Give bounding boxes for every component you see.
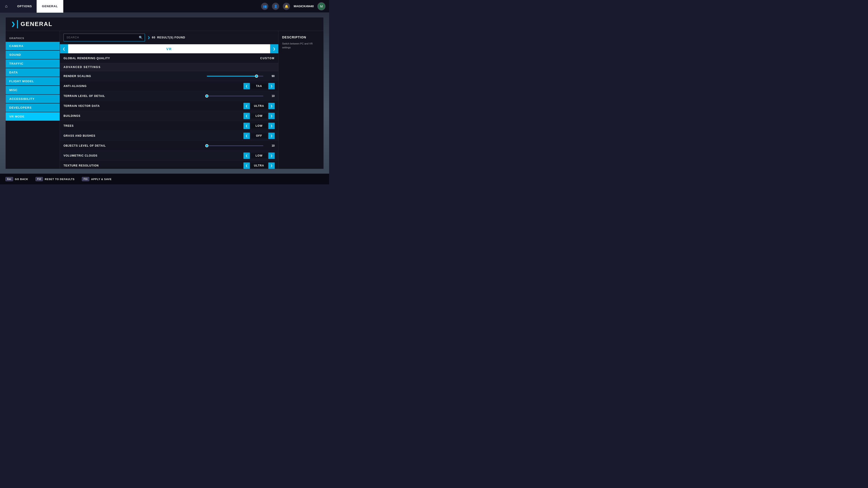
terrain-vector-label: TERRAIN VECTOR DATA — [64, 104, 243, 107]
trees-control: ❮ LOW ❯ — [243, 123, 275, 129]
buildings-value: LOW — [251, 113, 267, 119]
table-row: OBJECTS LEVEL OF DETAIL 10 — [60, 141, 278, 151]
table-row: VOLUMETRIC CLOUDS ❮ LOW ❯ — [60, 151, 278, 161]
objects-lod-track[interactable] — [207, 145, 264, 146]
objects-lod-label: OBJECTS LEVEL OF DETAIL — [64, 144, 207, 147]
profile-icon[interactable]: 👤 — [272, 3, 279, 10]
description-title: DESCRIPTION — [282, 35, 320, 39]
sidebar-item-camera[interactable]: CAMERA — [6, 42, 60, 50]
volumetric-clouds-prev-button[interactable]: ❮ — [243, 153, 250, 159]
grass-bushes-next-button[interactable]: ❯ — [268, 133, 275, 139]
reset-defaults-action[interactable]: F12 RESET TO DEFAULTS — [35, 177, 74, 181]
search-bar: 🔍 ❯ 60 RESULT(S) FOUND — [60, 31, 278, 44]
search-input[interactable] — [64, 34, 145, 41]
reset-defaults-label: RESET TO DEFAULTS — [45, 178, 74, 181]
texture-resolution-control: ❮ ULTRA ❯ — [243, 162, 275, 169]
options-nav[interactable]: OPTIONS — [13, 0, 37, 13]
results-arrow-icon: ❯ — [148, 36, 150, 39]
table-row: ANTI-ALIASING ❮ TAA ❯ — [60, 81, 278, 91]
volumetric-clouds-value: LOW — [251, 153, 267, 158]
f12-key: F12 — [35, 177, 43, 181]
anti-aliasing-next-button[interactable]: ❯ — [268, 83, 275, 89]
username-label: MAGICK#8440 — [293, 4, 314, 8]
mode-prev-button[interactable]: ❮ — [60, 44, 68, 53]
texture-resolution-value: ULTRA — [251, 163, 267, 168]
grass-bushes-label: GRASS AND BUSHES — [64, 134, 243, 137]
group-icon[interactable]: 👥 — [261, 3, 268, 10]
render-scaling-track[interactable] — [207, 76, 264, 76]
trees-prev-button[interactable]: ❮ — [243, 123, 250, 129]
topbar-right: 👥 👤 🔔 MAGICK#8440 M — [261, 2, 329, 10]
description-panel: DESCRIPTION Switch between PC and VR set… — [278, 31, 323, 169]
render-scaling-fill — [207, 76, 256, 76]
buildings-control: ❮ LOW ❯ — [243, 113, 275, 119]
results-count: ❯ 60 RESULT(S) FOUND — [148, 36, 185, 39]
terrain-vector-prev-button[interactable]: ❮ — [243, 103, 250, 109]
avatar[interactable]: M — [317, 2, 326, 10]
terrain-vector-control: ❮ ULTRA ❯ — [243, 103, 275, 109]
apply-save-action[interactable]: F11 APPLY & SAVE — [82, 177, 112, 181]
terrain-vector-next-button[interactable]: ❯ — [268, 103, 275, 109]
trees-next-button[interactable]: ❯ — [268, 123, 275, 129]
trees-label: TREES — [64, 124, 243, 127]
settings-panel: ❯ GENERAL GRAPHICS CAMERA SOUND TRAFFIC … — [5, 17, 324, 169]
global-quality-value: CUSTOM — [260, 57, 275, 60]
sidebar-item-developers[interactable]: DEVELOPERS — [6, 103, 60, 112]
buildings-prev-button[interactable]: ❮ — [243, 113, 250, 119]
terrain-lod-control: 10 — [207, 94, 275, 98]
table-row: BUILDINGS ❮ LOW ❯ — [60, 111, 278, 121]
general-nav[interactable]: GENERAL — [37, 0, 64, 13]
table-row: TREES ❮ LOW ❯ — [60, 121, 278, 131]
sidebar-item-traffic[interactable]: TRAFFIC — [6, 59, 60, 68]
panel-header: ❯ GENERAL — [6, 18, 323, 31]
render-scaling-label: RENDER SCALING — [64, 74, 207, 78]
apply-save-label: APPLY & SAVE — [91, 178, 112, 181]
mode-next-button[interactable]: ❯ — [270, 44, 278, 53]
advanced-settings-header: ADVANCED SETTINGS — [60, 63, 278, 71]
sidebar-item-data[interactable]: DATA — [6, 68, 60, 76]
objects-lod-thumb[interactable] — [205, 144, 209, 147]
anti-aliasing-prev-button[interactable]: ❮ — [243, 83, 250, 89]
anti-aliasing-control: ❮ TAA ❯ — [243, 83, 275, 89]
table-row: TERRAIN VECTOR DATA ❮ ULTRA ❯ — [60, 101, 278, 111]
texture-resolution-label: TEXTURE RESOLUTION — [64, 164, 243, 167]
terrain-lod-thumb[interactable] — [205, 94, 209, 98]
render-scaling-thumb[interactable] — [255, 74, 258, 78]
go-back-action[interactable]: Esc GO BACK — [5, 177, 28, 181]
terrain-lod-track[interactable] — [207, 96, 264, 96]
settings-area: 🔍 ❯ 60 RESULT(S) FOUND ❮ VR ❯ — [60, 31, 278, 169]
grass-bushes-control: ❮ OFF ❯ — [243, 133, 275, 139]
mode-label: VR — [68, 47, 270, 51]
table-row: RENDER SCALING 90 — [60, 71, 278, 81]
volumetric-clouds-control: ❮ LOW ❯ — [243, 153, 275, 159]
grass-bushes-prev-button[interactable]: ❮ — [243, 133, 250, 139]
volumetric-clouds-next-button[interactable]: ❯ — [268, 153, 275, 159]
sidebar-item-accessibility[interactable]: ACCESSIBILITY — [6, 95, 60, 103]
mode-selector: ❮ VR ❯ — [60, 44, 278, 53]
esc-key: Esc — [5, 177, 13, 181]
objects-lod-control: 10 — [207, 144, 275, 147]
sidebar-item-misc[interactable]: MISC — [6, 86, 60, 94]
sidebar-item-sound[interactable]: SOUND — [6, 51, 60, 59]
terrain-lod-label: TERRAIN LEVEL OF DETAIL — [64, 94, 207, 98]
title-arrow-icon: ❯ — [11, 21, 15, 27]
texture-resolution-prev-button[interactable]: ❮ — [243, 162, 250, 169]
go-back-label: GO BACK — [15, 178, 28, 181]
texture-resolution-next-button[interactable]: ❯ — [268, 162, 275, 169]
panel-body: GRAPHICS CAMERA SOUND TRAFFIC DATA FLIGH… — [6, 31, 323, 169]
objects-lod-value: 10 — [266, 144, 275, 147]
home-button[interactable]: ⌂ — [0, 0, 13, 13]
sidebar-item-flight-model[interactable]: FLIGHT MODEL — [6, 77, 60, 86]
description-text: Switch between PC and VR settings — [282, 42, 320, 49]
render-scaling-value: 90 — [266, 74, 275, 78]
settings-list: ADVANCED SETTINGS RENDER SCALING 90 — [60, 63, 278, 169]
main-content: ❯ GENERAL GRAPHICS CAMERA SOUND TRAFFIC … — [0, 13, 329, 173]
render-scaling-control: 90 — [207, 74, 275, 78]
notification-icon[interactable]: 🔔 — [283, 3, 290, 10]
sidebar-item-vr-mode[interactable]: VR MODE — [6, 112, 60, 121]
bottom-bar: Esc GO BACK F12 RESET TO DEFAULTS F11 AP… — [0, 173, 329, 184]
trees-value: LOW — [251, 123, 267, 128]
buildings-next-button[interactable]: ❯ — [268, 113, 275, 119]
anti-aliasing-label: ANTI-ALIASING — [64, 85, 243, 88]
search-icon: 🔍 — [139, 36, 143, 39]
